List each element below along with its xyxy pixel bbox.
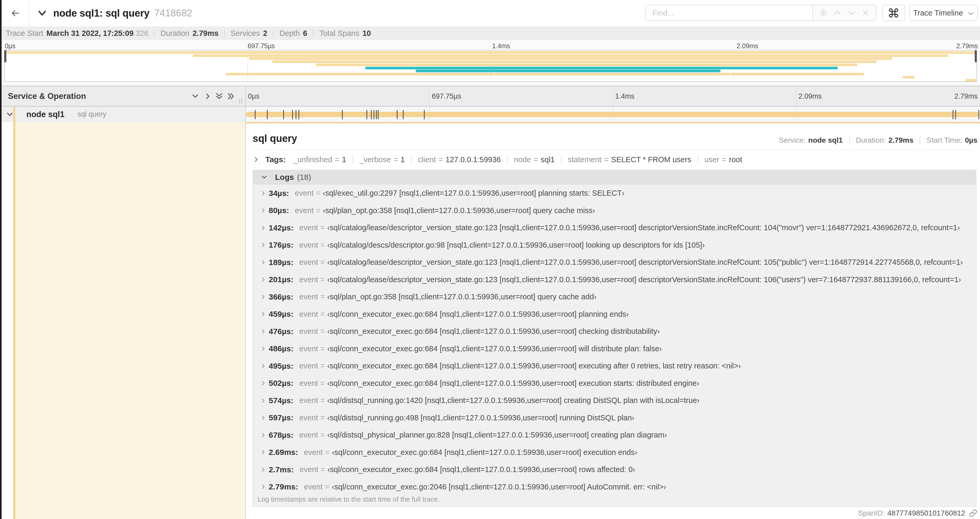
chevron-right-icon	[260, 380, 266, 386]
log-row[interactable]: 495µs:event=‹sql/conn_executor_exec.go:6…	[253, 357, 976, 375]
next-match-button[interactable]	[847, 8, 856, 18]
log-row[interactable]: 2.79ms:event=‹sql/conn_executor_exec.go:…	[253, 478, 976, 496]
chevron-right-icon	[260, 398, 266, 404]
log-field-value: ‹sql/catalog/descs/descriptor.go:98 [nsq…	[327, 241, 705, 249]
tag-item[interactable]: _unfinished=1	[293, 155, 346, 164]
log-field-value: ‹sql/conn_executor_exec.go:684 [nsql1,cl…	[327, 310, 629, 319]
span-detail-header: sql query Service:node sql1Duration:2.79…	[253, 133, 977, 149]
collapse-all-button[interactable]	[227, 86, 235, 106]
log-row[interactable]: 201µs:event=‹sql/catalog/lease/descripto…	[253, 271, 976, 289]
minimap-span-bar	[416, 70, 720, 72]
log-marker[interactable]	[953, 110, 953, 119]
tag-value: 1	[342, 155, 346, 164]
log-row[interactable]: 366µs:event=‹sql/plan_opt.go:358 [nsql1,…	[253, 288, 976, 306]
log-row[interactable]: 2.7ms:event=‹sql/conn_executor_exec.go:6…	[253, 461, 976, 478]
link-icon[interactable]	[969, 509, 977, 517]
tags-accordian[interactable]: Tags: _unfinished=1_verbose=1client=127.…	[253, 152, 742, 168]
tag-item[interactable]: node=sql1	[514, 155, 555, 164]
equals-sign: =	[533, 155, 538, 164]
log-marker[interactable]	[403, 110, 404, 119]
tag-value: sql1	[541, 155, 555, 164]
tag-item[interactable]: client=127.0.0.1:59936	[418, 155, 501, 164]
chevron-right-icon	[260, 363, 266, 369]
clear-find-button[interactable]	[861, 9, 870, 17]
timeline-axis-label: 2.09ms	[799, 86, 822, 106]
minimap-right-handle[interactable]	[975, 50, 977, 62]
span-color-accent	[13, 122, 15, 519]
trace-title-group: node sql1: sql query 7418682	[37, 0, 192, 26]
log-row[interactable]: 486µs:event=‹sql/conn_executor_exec.go:6…	[253, 340, 976, 358]
span-duration-bar[interactable]	[246, 112, 979, 117]
log-row[interactable]: 34µs:event=‹sql/exec_util.go:2297 [nsql1…	[253, 185, 976, 202]
chevron-right-icon	[260, 329, 266, 334]
collapse-one-level-button[interactable]	[204, 86, 212, 106]
detail-info-label: Service:	[779, 136, 806, 145]
log-row[interactable]: 476µs:event=‹sql/conn_executor_exec.go:6…	[253, 323, 976, 340]
minimap-span-bar	[316, 64, 857, 66]
tag-item[interactable]: statement=SELECT * FROM users	[568, 155, 691, 164]
log-row[interactable]: 80µs:event=‹sql/plan_opt.go:358 [nsql1,c…	[253, 202, 976, 219]
trace-view-selector-label: Trace Timeline	[913, 9, 963, 18]
log-marker[interactable]	[283, 110, 284, 119]
trace-stat: Total Spans10	[319, 29, 371, 38]
log-row[interactable]: 678µs:event=‹sql/distsql_physical_planne…	[253, 426, 976, 444]
minimap-span-bar	[272, 61, 877, 63]
detail-info-value: node sql1	[808, 136, 843, 145]
log-row[interactable]: 2.69ms:event=‹sql/conn_executor_exec.go:…	[253, 444, 976, 461]
log-marker[interactable]	[296, 110, 296, 119]
log-row[interactable]: 502µs:event=‹sql/conn_executor_exec.go:6…	[253, 375, 976, 392]
tag-value: 1	[401, 155, 405, 164]
trace-stats-bar: Trace StartMarch 31 2022, 17:25:09.326Du…	[0, 26, 980, 40]
log-marker[interactable]	[397, 110, 398, 119]
chevron-right-icon	[260, 190, 266, 196]
log-row[interactable]: 189µs:event=‹sql/catalog/lease/descripto…	[253, 254, 976, 271]
log-timestamp: 678µs:	[269, 431, 293, 440]
log-marker[interactable]	[255, 110, 256, 119]
log-timestamp: 189µs:	[269, 258, 293, 267]
log-row[interactable]: 574µs:event=‹sql/distsql_running.go:1420…	[253, 392, 976, 409]
chevron-down-icon[interactable]	[37, 8, 48, 18]
prev-match-button[interactable]	[833, 8, 842, 18]
trace-stat: Services2	[231, 29, 267, 38]
log-marker[interactable]	[978, 110, 979, 119]
minimap-left-handle[interactable]	[4, 50, 6, 62]
collapse-span-chevron-icon[interactable]	[6, 107, 14, 122]
log-marker[interactable]	[371, 110, 372, 119]
log-marker[interactable]	[292, 110, 293, 119]
equals-sign: =	[320, 345, 325, 353]
trace-view-selector[interactable]: Trace Timeline	[909, 5, 978, 21]
minimap-span-bar	[365, 67, 838, 69]
column-resize-grip[interactable]	[239, 99, 243, 104]
log-field-key: event	[299, 275, 318, 284]
equals-sign: =	[325, 448, 329, 457]
back-button[interactable]	[2, 0, 30, 26]
expand-one-level-button[interactable]	[191, 86, 199, 106]
log-marker[interactable]	[378, 110, 379, 119]
log-row[interactable]: 459µs:event=‹sql/conn_executor_exec.go:6…	[253, 306, 976, 323]
log-marker[interactable]	[366, 110, 367, 119]
locate-icon[interactable]	[819, 9, 828, 17]
equals-sign: =	[320, 292, 325, 301]
divider	[353, 155, 353, 164]
log-marker[interactable]	[374, 110, 374, 119]
log-marker[interactable]	[955, 110, 956, 119]
tag-value: SELECT * FROM users	[611, 155, 691, 164]
tag-item[interactable]: _verbose=1	[360, 155, 405, 164]
logs-header[interactable]: Logs (18)	[253, 170, 976, 184]
minimap-canvas[interactable]	[4, 50, 977, 82]
log-marker[interactable]	[267, 110, 268, 119]
log-marker[interactable]	[299, 110, 299, 119]
divider	[273, 30, 274, 37]
log-row[interactable]: 176µs:event=‹sql/catalog/descs/descripto…	[253, 236, 976, 254]
keyboard-shortcuts-button[interactable]	[882, 5, 905, 21]
log-marker[interactable]	[424, 110, 425, 119]
span-row[interactable]: node sql1 sql query	[0, 107, 980, 122]
tag-item[interactable]: user=root	[705, 155, 742, 164]
log-marker[interactable]	[376, 110, 377, 119]
log-row[interactable]: 142µs:event=‹sql/catalog/lease/descripto…	[253, 219, 976, 236]
column-divider[interactable]	[245, 86, 246, 519]
log-row[interactable]: 597µs:event=‹sql/distsql_running.go:498 …	[253, 409, 976, 427]
log-marker[interactable]	[342, 110, 343, 119]
find-input[interactable]	[652, 9, 813, 18]
expand-all-button[interactable]	[215, 86, 224, 106]
